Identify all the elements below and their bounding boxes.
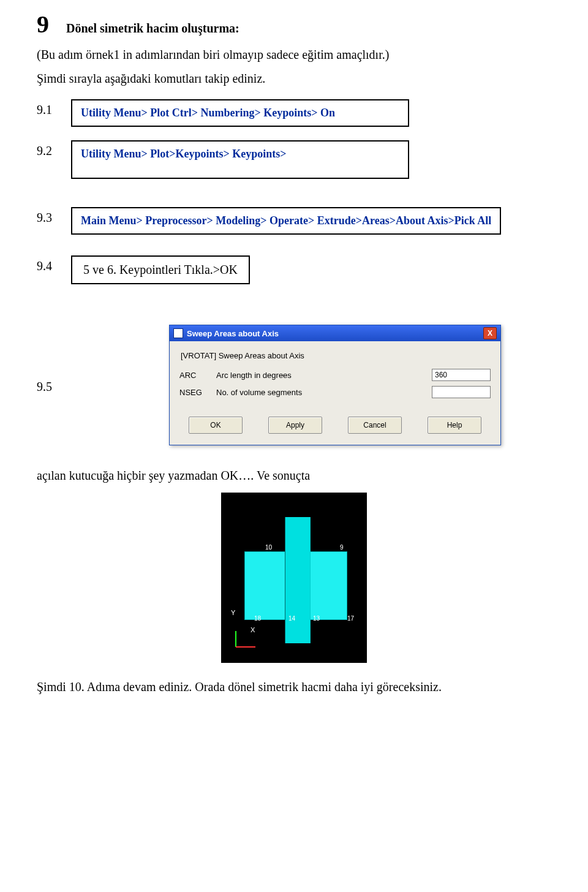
arc-input[interactable]	[432, 369, 491, 381]
keypoint-label-10: 10	[265, 544, 272, 551]
footer-text: Şimdi 10. Adıma devam ediniz. Orada döne…	[37, 680, 551, 694]
step-label-9-1: 9.1	[37, 99, 71, 117]
dialog-title-text: Sweep Areas about Axis	[187, 329, 279, 338]
step-label-9-5: 9.5	[37, 376, 71, 394]
step-label-9-4: 9.4	[37, 255, 71, 273]
sweep-areas-dialog: Sweep Areas about Axis X [VROTAT] Sweep …	[169, 325, 501, 445]
step-label-9-2: 9.2	[37, 140, 71, 158]
step-label-9-3: 9.3	[37, 207, 71, 225]
keypoint-label-17: 17	[347, 615, 354, 622]
axis-indicator: Y X	[232, 629, 259, 652]
dialog-row-arc: ARC Arc length in degrees	[179, 369, 491, 381]
nseg-label-short: NSEG	[179, 388, 216, 397]
intro-paragraph-2: Şimdi sırayla aşağıdaki komutları takip …	[37, 72, 551, 86]
nseg-input[interactable]	[432, 386, 491, 398]
arc-label-short: ARC	[179, 371, 216, 380]
dialog-titlebar: Sweep Areas about Axis X	[170, 325, 500, 341]
intro-paragraph-1: (Bu adım örnek1 in adımlarından biri olm…	[37, 48, 551, 62]
keypoint-label-13: 13	[313, 615, 320, 622]
render-slab-front	[285, 517, 311, 643]
nseg-label-long: No. of volume segments	[216, 388, 432, 397]
apply-button[interactable]: Apply	[268, 417, 322, 434]
command-box-9-2: Utility Menu> Plot>Keypoints> Keypoints>	[71, 140, 409, 179]
section-heading: Dönel simetrik hacim oluşturma:	[66, 21, 239, 36]
axis-y-label: Y	[231, 609, 235, 616]
command-box-9-1: Utility Menu> Plot Ctrl> Numbering> Keyp…	[71, 99, 409, 127]
keypoint-label-14: 14	[288, 615, 295, 622]
close-icon[interactable]: X	[483, 327, 497, 339]
help-button[interactable]: Help	[428, 417, 481, 434]
keypoint-instruction-box: 5 ve 6. Keypointleri Tıkla.>OK	[71, 255, 250, 284]
dialog-row-nseg: NSEG No. of volume segments	[179, 386, 491, 398]
section-number: 9	[37, 12, 49, 37]
after-dialog-text: açılan kutucuğa hiçbir şey yazmadan OK….…	[37, 469, 551, 483]
cancel-button[interactable]: Cancel	[348, 417, 402, 434]
arc-label-long: Arc length in degrees	[216, 371, 432, 380]
axis-x-label: X	[251, 626, 255, 633]
ok-button[interactable]: OK	[189, 417, 243, 434]
render-viewport: 10 9 18 14 13 17 Y X	[221, 493, 367, 663]
dialog-icon	[173, 328, 183, 338]
dialog-subtitle: [VROTAT] Sweep Areas about Axis	[181, 351, 491, 360]
keypoint-label-9: 9	[340, 544, 344, 551]
keypoint-label-18: 18	[254, 615, 261, 622]
command-box-9-3: Main Menu> Preprocessor> Modeling> Opera…	[71, 207, 501, 235]
